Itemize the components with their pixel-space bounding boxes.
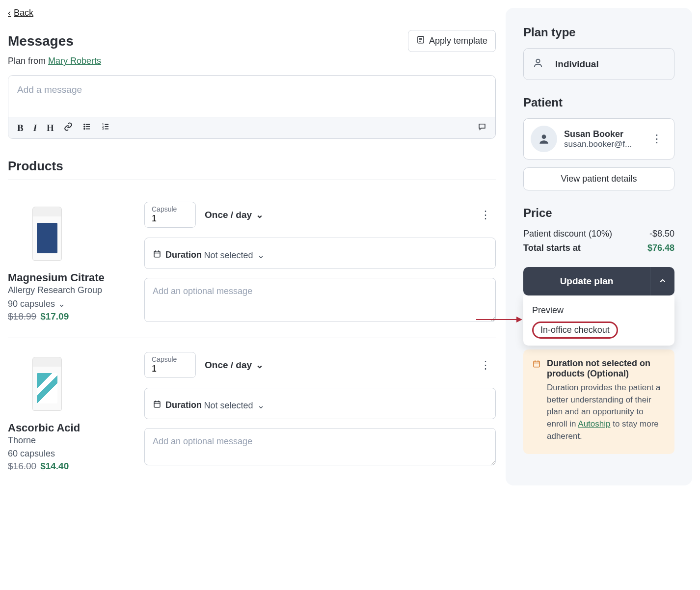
product-menu-button[interactable]: ⋮: [475, 207, 496, 223]
calendar-icon: [153, 249, 162, 261]
frequency-select[interactable]: Once / day ⌄: [205, 359, 264, 371]
patient-name: Susan Booker: [564, 129, 640, 139]
quantity-stepper[interactable]: Capsule: [144, 202, 196, 228]
dropdown-item-in-office-checkout[interactable]: In-office checkout: [532, 322, 618, 339]
apply-template-label: Apply template: [429, 36, 487, 46]
price-old: $16.00: [8, 461, 36, 471]
product-image: [8, 352, 86, 416]
chevron-down-icon: ⌄: [256, 359, 264, 371]
practitioner-link[interactable]: Mary Roberts: [48, 56, 101, 66]
patient-email: susan.booker@f...: [564, 139, 640, 149]
products-heading: Products: [8, 159, 496, 180]
chevron-down-icon: ⌄: [256, 209, 264, 220]
product-message-input[interactable]: [144, 428, 496, 465]
autoship-link[interactable]: Autoship: [578, 419, 610, 429]
link-icon[interactable]: [64, 122, 73, 134]
plan-type-button[interactable]: Individual: [523, 48, 674, 80]
editor-toolbar: B I H 123: [8, 117, 495, 138]
quantity-stepper[interactable]: Capsule: [144, 352, 196, 378]
unit-value-input[interactable]: [152, 363, 188, 375]
duration-box: Duration Not selected ⌄: [144, 238, 496, 269]
unit-label: Capsule: [152, 355, 188, 363]
plan-from-prefix: Plan from: [8, 56, 48, 66]
svg-point-27: [542, 134, 546, 139]
frequency-label: Once / day: [205, 210, 252, 220]
discount-value: -$8.50: [649, 229, 674, 239]
update-plan-group: Update plan Preview In-office checkout: [523, 267, 674, 295]
update-plan-dropdown-toggle[interactable]: [650, 267, 674, 295]
svg-rect-20: [154, 401, 160, 407]
chevron-down-icon: ⌄: [257, 400, 265, 411]
template-icon: [416, 35, 425, 47]
unit-value-input[interactable]: [152, 213, 188, 224]
duration-heading: Duration: [165, 250, 202, 260]
product-size-select[interactable]: 60 capsules: [8, 449, 55, 459]
svg-rect-28: [534, 361, 539, 367]
price-heading: Price: [523, 206, 674, 220]
product-price: $18.99$17.09: [8, 311, 131, 322]
view-patient-details-button[interactable]: View patient details: [523, 167, 674, 190]
price-old: $18.99: [8, 311, 36, 322]
svg-marker-25: [516, 317, 522, 322]
product-message-input[interactable]: [144, 278, 496, 322]
duration-select[interactable]: Not selected ⌄: [204, 250, 264, 261]
svg-text:3: 3: [102, 127, 104, 130]
svg-point-9: [84, 129, 85, 130]
duration-value: Not selected: [204, 250, 253, 261]
more-vertical-icon: ⋮: [480, 359, 491, 371]
total-value: $76.48: [647, 243, 674, 253]
discount-row: Patient discount (10%) -$8.50: [523, 229, 674, 239]
back-label: Back: [14, 8, 33, 18]
svg-rect-16: [154, 251, 160, 257]
calendar-warning-icon: [532, 359, 541, 442]
message-input[interactable]: [8, 76, 495, 115]
plan-type-heading: Plan type: [523, 26, 674, 39]
avatar: [531, 126, 557, 152]
plan-sidebar: Plan type Individual Patient Susan Booke…: [506, 8, 692, 485]
bullet-list-icon[interactable]: [82, 122, 91, 134]
comment-icon[interactable]: [478, 122, 486, 134]
svg-point-26: [536, 59, 539, 63]
product-brand: Allergy Research Group: [8, 285, 131, 295]
patient-menu-button[interactable]: ⋮: [646, 131, 667, 147]
dropdown-item-preview[interactable]: Preview: [532, 302, 666, 319]
apply-template-button[interactable]: Apply template: [408, 30, 496, 52]
product-brand: Thorne: [8, 435, 131, 446]
message-editor: B I H 123: [8, 75, 496, 139]
chevron-down-icon: ⌄: [257, 250, 265, 261]
total-row: Total starts at $76.48: [523, 243, 674, 253]
numbered-list-icon[interactable]: 123: [101, 122, 110, 134]
product-price: $16.00$14.40: [8, 461, 131, 472]
duration-warning: Duration not selected on products (Optio…: [523, 349, 674, 454]
product-size-select[interactable]: 90 capsules ⌄: [8, 298, 65, 309]
warning-body: Duration provides the patient a better u…: [547, 382, 666, 442]
product-menu-button[interactable]: ⋮: [475, 357, 496, 374]
duration-box: Duration Not selected ⌄: [144, 388, 496, 419]
duration-heading: Duration: [165, 400, 202, 410]
chevron-up-icon: [658, 276, 667, 287]
total-label: Total starts at: [523, 243, 581, 253]
frequency-select[interactable]: Once / day ⌄: [205, 209, 264, 220]
price-new: $14.40: [40, 461, 69, 471]
more-vertical-icon: ⋮: [480, 209, 491, 221]
user-icon: [533, 57, 543, 71]
update-plan-button[interactable]: Update plan: [523, 267, 650, 295]
back-link[interactable]: ‹ Back: [8, 8, 33, 18]
frequency-label: Once / day: [205, 360, 252, 371]
svg-point-7: [84, 124, 85, 125]
plan-from-text: Plan from Mary Roberts: [8, 56, 496, 66]
product-size-label: 60 capsules: [8, 449, 55, 459]
product-image: [8, 202, 86, 266]
product-row: Ascorbic Acid Thorne 60 capsules $16.00$…: [8, 338, 496, 485]
more-vertical-icon: ⋮: [651, 133, 662, 145]
heading-icon[interactable]: H: [47, 123, 54, 134]
warning-title: Duration not selected on products (Optio…: [547, 358, 666, 379]
discount-label: Patient discount (10%): [523, 229, 612, 239]
italic-icon[interactable]: I: [33, 123, 37, 134]
unit-label: Capsule: [152, 205, 188, 213]
bold-icon[interactable]: B: [17, 123, 24, 134]
calendar-icon: [153, 400, 162, 411]
chevron-left-icon: ‹: [8, 8, 11, 18]
product-name: Ascorbic Acid: [8, 422, 131, 434]
duration-select[interactable]: Not selected ⌄: [204, 400, 264, 411]
